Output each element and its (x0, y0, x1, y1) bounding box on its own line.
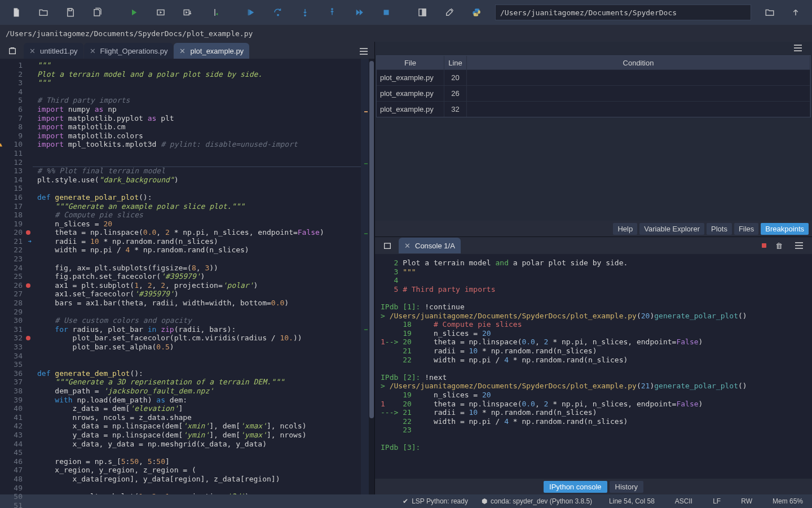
svg-rect-3 (248, 10, 249, 16)
pane-tab-breakpoints[interactable]: Breakpoints (761, 223, 809, 235)
console-options-icon[interactable] (792, 238, 806, 253)
svg-rect-10 (10, 49, 16, 54)
pane-tab-help[interactable]: Help (613, 223, 637, 235)
pane-tab-files[interactable]: Files (734, 223, 758, 235)
file-path-bar: /Users/juanitagomez/Documents/SpyderDocs… (0, 25, 812, 42)
lsp-icon: ✔ (403, 497, 408, 505)
console-list-icon[interactable] (379, 238, 395, 253)
table-row[interactable]: plot_example.py26 (377, 85, 810, 101)
tab-label: plot_example.py (190, 47, 244, 55)
console-tab-label: Console 1/A (415, 242, 455, 250)
python-path-button[interactable] (464, 0, 489, 25)
browse-dir-button[interactable] (757, 0, 783, 25)
status-bar: ✔ LSP Python: ready ⬢ conda: spyder_dev … (0, 494, 812, 508)
status-cursor[interactable]: Line 54, Col 58 (606, 497, 658, 505)
parent-dir-button[interactable] (783, 0, 809, 25)
new-file-button[interactable] (3, 0, 29, 25)
code-editor[interactable]: 1234567891011121314151617181920212223242… (0, 59, 374, 494)
run-cell-advance-button[interactable] (175, 0, 201, 25)
debug-button[interactable] (238, 0, 264, 25)
console-tab[interactable]: ✕ Console 1/A (399, 238, 461, 253)
svg-point-5 (304, 15, 306, 16)
file-path-text: /Users/juanitagomez/Documents/SpyderDocs… (6, 29, 253, 38)
run-cell-button[interactable] (148, 0, 174, 25)
conda-icon: ⬢ (482, 497, 487, 505)
pane-tab-variable-explorer[interactable]: Variable Explorer (639, 223, 704, 235)
status-conda[interactable]: ⬢ conda: spyder_dev (Python 3.8.5) (482, 497, 592, 505)
console-pane-switcher: IPython consoleHistory (375, 479, 812, 494)
save-all-button[interactable] (85, 0, 111, 25)
editor-minimap (361, 59, 369, 494)
svg-point-4 (277, 14, 279, 15)
preferences-button[interactable] (436, 0, 462, 25)
step-out-button[interactable] (319, 0, 345, 25)
continue-button[interactable] (346, 0, 372, 25)
status-encoding[interactable]: ASCII (672, 497, 696, 505)
save-button[interactable] (58, 0, 83, 25)
status-mem[interactable]: Mem 65% (769, 497, 806, 505)
open-file-button[interactable] (30, 0, 56, 25)
status-eol[interactable]: LF (709, 497, 724, 505)
status-perm[interactable]: RW (738, 497, 756, 505)
breakpoints-options-icon[interactable] (791, 41, 805, 55)
console-tab-row: ✕ Console 1/A 🗑 (375, 237, 812, 254)
table-row[interactable]: plot_example.py32 (377, 101, 810, 117)
editor-tab[interactable]: ✕plot_example.py (174, 43, 249, 59)
stop-debug-button[interactable] (373, 0, 399, 25)
step-over-button[interactable] (265, 0, 291, 25)
editor-tab[interactable]: ✕Flight_Operations.py (84, 43, 174, 59)
console-tab-history[interactable]: History (610, 481, 643, 493)
editor-options-icon[interactable] (356, 44, 371, 59)
table-row[interactable]: plot_example.py20 (377, 69, 810, 85)
svg-point-6 (332, 8, 333, 10)
status-lsp[interactable]: ✔ LSP Python: ready (403, 497, 468, 505)
file-browser-icon[interactable] (5, 43, 20, 59)
svg-rect-7 (384, 10, 389, 15)
col-file[interactable]: File (377, 56, 444, 69)
trash-icon[interactable]: 🗑 (775, 242, 783, 250)
run-selection-button[interactable] (202, 0, 228, 25)
breakpoints-table[interactable]: File Line Condition plot_example.py20plo… (376, 55, 811, 117)
code-area[interactable]: """Plot a terrain model and a polar plot… (33, 59, 361, 494)
working-dir-path: /Users/juanitagomez/Documents/SpyderDocs (500, 8, 677, 17)
tab-label: untitled1.py (40, 47, 78, 55)
tab-label: Flight_Operations.py (100, 47, 168, 55)
line-number-gutter[interactable]: 1234567891011121314151617181920212223242… (0, 59, 33, 494)
run-button[interactable] (121, 0, 147, 25)
col-line[interactable]: Line (444, 56, 467, 69)
working-dir-combo[interactable]: /Users/juanitagomez/Documents/SpyderDocs (495, 5, 751, 20)
ipython-console[interactable]: 2 Plot a terrain model and a polar plot … (375, 254, 812, 479)
close-icon[interactable]: ✕ (179, 47, 186, 55)
editor-scrollbar[interactable] (369, 59, 374, 494)
close-icon[interactable]: ✕ (29, 47, 36, 55)
editor-tab[interactable]: ✕untitled1.py (24, 43, 83, 59)
maximize-pane-button[interactable] (409, 0, 435, 25)
step-into-button[interactable] (292, 0, 318, 25)
pane-tab-plots[interactable]: Plots (707, 223, 732, 235)
console-tab-ipython-console[interactable]: IPython console (544, 481, 607, 493)
close-icon[interactable]: ✕ (90, 47, 96, 55)
right-pane-switcher: HelpVariable ExplorerPlotsFilesBreakpoin… (375, 221, 812, 237)
main-toolbar: /Users/juanitagomez/Documents/SpyderDocs (0, 0, 812, 25)
svg-rect-0 (69, 8, 72, 11)
svg-rect-9 (422, 9, 426, 16)
col-condition[interactable]: Condition (467, 56, 810, 69)
close-icon[interactable]: ✕ (404, 242, 411, 250)
svg-rect-11 (385, 243, 391, 248)
record-icon[interactable] (762, 243, 766, 248)
breakpoints-header-row: File Line Condition (377, 56, 810, 69)
editor-tab-row: ✕untitled1.py✕Flight_Operations.py✕plot_… (0, 42, 374, 59)
